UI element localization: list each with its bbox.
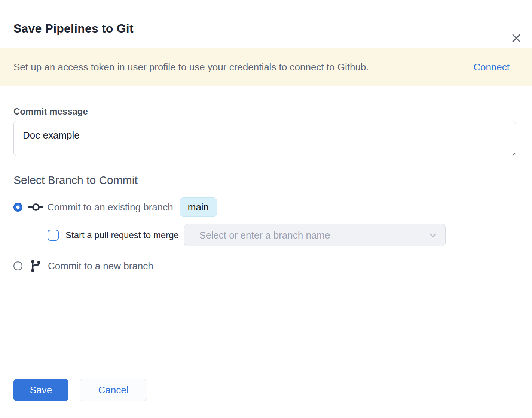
save-button[interactable]: Save (13, 379, 68, 401)
existing-branch-label[interactable]: Commit to an existing branch (47, 202, 173, 213)
target-branch-placeholder: - Select or enter a branch name - (193, 230, 336, 241)
cancel-button[interactable]: Cancel (80, 379, 147, 401)
git-branch-icon (30, 259, 41, 273)
close-button[interactable] (510, 31, 523, 45)
connect-link[interactable]: Connect (473, 61, 510, 73)
dialog-footer: Save Cancel (13, 379, 532, 401)
pull-request-label[interactable]: Start a pull request to merge (65, 230, 179, 240)
pull-request-checkbox[interactable] (48, 230, 59, 241)
close-icon (511, 33, 522, 44)
branch-section-heading: Select Branch to Commit (13, 173, 516, 187)
commit-message-label: Commit message (13, 106, 516, 117)
new-branch-row: Commit to a new branch (13, 257, 516, 275)
git-commit-icon (28, 203, 43, 212)
new-branch-radio[interactable] (13, 261, 22, 270)
dialog-content: Commit message Doc example Select Branch… (0, 106, 532, 275)
existing-branch-row: Commit to an existing branch main (13, 197, 516, 217)
commit-message-textarea[interactable]: Doc example (13, 121, 516, 156)
branch-badge[interactable]: main (180, 197, 217, 217)
existing-branch-radio[interactable] (13, 203, 22, 212)
dialog-title: Save Pipelines to Git (13, 21, 532, 36)
access-token-banner: Set up an access token in user profile t… (0, 48, 532, 86)
new-branch-label[interactable]: Commit to a new branch (48, 260, 153, 272)
target-branch-select[interactable]: - Select or enter a branch name - (184, 224, 446, 246)
banner-message: Set up an access token in user profile t… (13, 61, 369, 73)
chevron-down-icon (428, 230, 438, 240)
save-pipelines-dialog: Save Pipelines to Git Set up an access t… (0, 21, 532, 418)
pull-request-row: Start a pull request to merge - Select o… (48, 224, 516, 246)
